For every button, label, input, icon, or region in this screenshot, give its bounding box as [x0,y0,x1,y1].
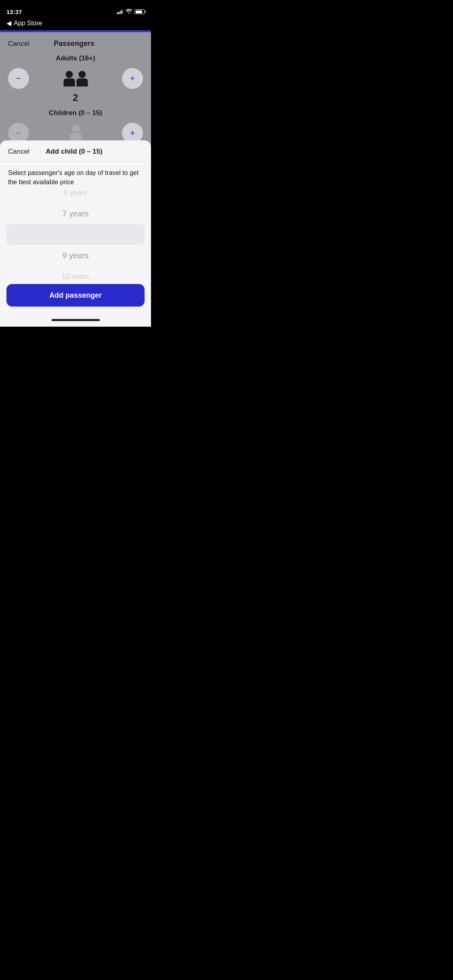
passengers-screen: Cancel Passengers Adults (16+) − [0,32,151,149]
screen-wrapper: 13:37 ◀ App Store Cance [0,0,151,327]
status-right [117,8,145,15]
picker-item-8years[interactable]: 8 years [0,224,151,245]
person-figure-1 [64,71,75,86]
status-time: 13:37 [6,8,22,15]
picker-item-10years[interactable]: 10 years [0,266,151,279]
children-label: Children (0 – 15) [49,109,102,117]
back-arrow-icon: ◀ [6,19,11,27]
cancel-button-bg[interactable]: Cancel [8,40,29,48]
plus-icon-children: + [130,129,135,138]
battery-icon [134,9,145,14]
minus-icon-children: − [16,129,21,138]
picker-container: 6 years 7 years 8 years 9 years 10 years [0,190,151,279]
app-store-label[interactable]: App Store [14,20,42,27]
signal-icon [117,9,124,14]
plus-icon: + [130,74,135,83]
sheet-title: Add child (0 – 15) [46,148,103,156]
person-figure-2 [77,71,88,86]
wifi-icon [126,8,132,15]
passengers-header: Cancel Passengers [8,32,143,51]
minus-icon: − [16,74,21,83]
age-picker[interactable]: 6 years 7 years 8 years 9 years 10 years [0,190,151,279]
picker-item-7years[interactable]: 7 years [0,203,151,224]
status-bar: 13:37 [0,0,151,18]
adults-count: 2 [73,92,78,103]
adults-label: Adults (16+) [56,54,95,62]
app-store-bar: ◀ App Store [0,18,151,30]
picker-item-9years[interactable]: 9 years [0,245,151,266]
cancel-button-sheet[interactable]: Cancel [8,148,29,156]
add-passenger-button[interactable]: Add passenger [6,284,145,307]
bottom-sheet: Cancel Add child (0 – 15) Select passeng… [0,140,151,327]
child-icon [70,124,81,142]
picker-item-6years[interactable]: 6 years [0,190,151,203]
home-bar [52,319,100,321]
adults-row: − + [8,68,143,89]
passengers-title: Passengers [54,39,94,48]
sheet-description: Select passenger's age on day of travel … [0,162,151,190]
sheet-header: Cancel Add child (0 – 15) [0,140,151,162]
increase-adults-button[interactable]: + [122,68,143,89]
home-indicator [0,313,151,327]
decrease-adults-button[interactable]: − [8,68,29,89]
adults-icon [64,71,88,86]
